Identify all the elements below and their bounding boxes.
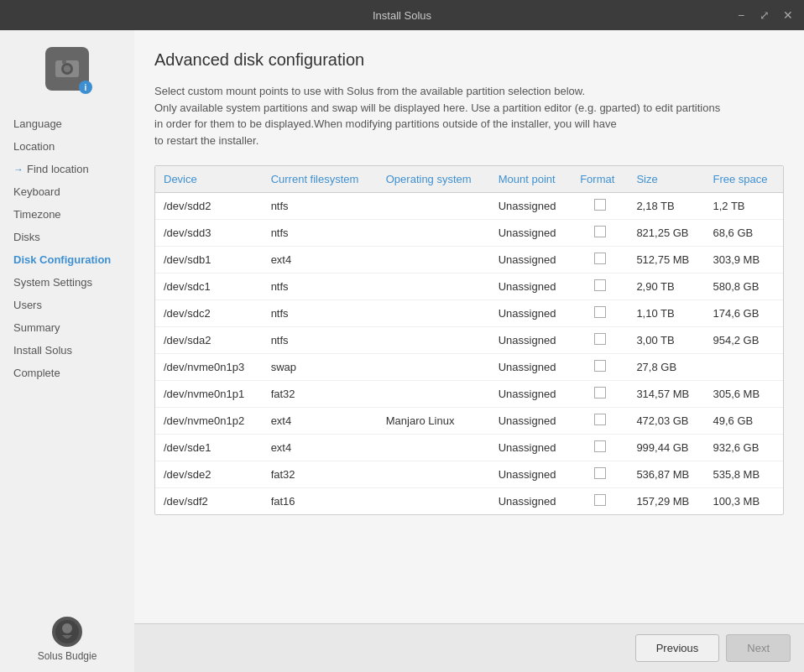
- table-row[interactable]: /dev/nvme0n1p3 swap Unassigned 27,8 GB: [155, 354, 783, 381]
- cell-device: /dev/sde1: [155, 435, 263, 461]
- format-checkbox[interactable]: [594, 306, 606, 318]
- cell-device: /dev/sdb1: [155, 247, 263, 273]
- main-window: Install Solus − ⤢ ✕ i: [0, 0, 804, 672]
- cell-mount: Unassigned: [490, 327, 572, 354]
- cell-format[interactable]: [572, 220, 628, 247]
- cell-free: 100,3 MB: [704, 488, 783, 515]
- cell-format[interactable]: [572, 488, 628, 515]
- table-row[interactable]: /dev/sdd2 ntfs Unassigned 2,18 TB 1,2 TB: [155, 193, 783, 220]
- format-checkbox[interactable]: [594, 279, 606, 291]
- format-checkbox[interactable]: [594, 440, 606, 452]
- table-row[interactable]: /dev/nvme0n1p2 ext4 Manjaro Linux Unassi…: [155, 408, 783, 435]
- format-checkbox[interactable]: [594, 253, 606, 264]
- solus-budgie-label: Solus Budgie: [38, 650, 97, 662]
- cell-mount: Unassigned: [490, 220, 572, 247]
- format-checkbox[interactable]: [594, 467, 606, 479]
- cell-free: 580,8 GB: [704, 273, 783, 300]
- table-row[interactable]: /dev/sdd3 ntfs Unassigned 821,25 GB 68,6…: [155, 220, 783, 247]
- sidebar-item-users[interactable]: Users: [0, 294, 134, 316]
- sidebar-item-summary[interactable]: Summary: [0, 316, 134, 339]
- format-checkbox[interactable]: [594, 414, 606, 425]
- cell-filesystem: swap: [263, 354, 378, 381]
- table-header-row: Device Current filesystem Operating syst…: [155, 166, 783, 193]
- cell-os: [378, 381, 490, 408]
- cell-filesystem: fat32: [263, 461, 378, 488]
- svg-rect-3: [62, 60, 66, 64]
- cell-device: /dev/sda2: [155, 327, 263, 354]
- app-icon: i: [45, 47, 89, 91]
- cell-os: [378, 435, 490, 461]
- cell-filesystem: ntfs: [263, 193, 378, 220]
- cell-filesystem: ntfs: [263, 220, 378, 247]
- cell-mount: Unassigned: [490, 408, 572, 435]
- cell-format[interactable]: [572, 381, 628, 408]
- cell-mount: Unassigned: [490, 461, 572, 488]
- format-checkbox[interactable]: [594, 494, 606, 506]
- cell-size: 2,90 TB: [628, 273, 704, 300]
- cell-format[interactable]: [572, 408, 628, 435]
- cell-free: 954,2 GB: [704, 327, 783, 354]
- partition-table-container: Device Current filesystem Operating syst…: [154, 165, 784, 515]
- cell-format[interactable]: [572, 461, 628, 488]
- format-checkbox[interactable]: [594, 199, 606, 211]
- cell-os: [378, 193, 490, 220]
- sidebar-item-complete[interactable]: Complete: [0, 362, 134, 384]
- cell-format[interactable]: [572, 193, 628, 220]
- minimize-button[interactable]: −: [732, 6, 750, 24]
- cell-os: [378, 300, 490, 327]
- cell-size: 536,87 MB: [628, 461, 704, 488]
- next-button[interactable]: Next: [726, 634, 791, 662]
- table-row[interactable]: /dev/sdf2 fat16 Unassigned 157,29 MB 100…: [155, 488, 783, 515]
- cell-format[interactable]: [572, 435, 628, 461]
- col-free: Free space: [704, 166, 783, 193]
- cell-filesystem: ntfs: [263, 327, 378, 354]
- window-controls: − ⤢ ✕: [732, 6, 797, 24]
- table-row[interactable]: /dev/nvme0n1p1 fat32 Unassigned 314,57 M…: [155, 381, 783, 408]
- table-row[interactable]: /dev/sda2 ntfs Unassigned 3,00 TB 954,2 …: [155, 327, 783, 354]
- sidebar-item-disk-configuration[interactable]: Disk Configuration: [0, 248, 134, 271]
- format-checkbox[interactable]: [594, 226, 606, 237]
- cell-os: [378, 273, 490, 300]
- sidebar-item-language[interactable]: Language: [0, 112, 134, 135]
- table-row[interactable]: /dev/sde1 ext4 Unassigned 999,44 GB 932,…: [155, 435, 783, 461]
- sidebar-item-install-solus[interactable]: Install Solus: [0, 339, 134, 362]
- cell-os: [378, 247, 490, 273]
- partition-table: Device Current filesystem Operating syst…: [155, 166, 783, 514]
- cell-free: 49,6 GB: [704, 408, 783, 435]
- cell-free: 1,2 TB: [704, 193, 783, 220]
- cell-format[interactable]: [572, 300, 628, 327]
- table-row[interactable]: /dev/sde2 fat32 Unassigned 536,87 MB 535…: [155, 461, 783, 488]
- svg-point-2: [64, 65, 70, 72]
- sidebar-item-keyboard[interactable]: Keyboard: [0, 180, 134, 203]
- page-title: Advanced disk configuration: [154, 50, 784, 70]
- cell-filesystem: ntfs: [263, 300, 378, 327]
- previous-button[interactable]: Previous: [635, 634, 720, 662]
- format-checkbox[interactable]: [594, 333, 606, 345]
- svg-point-5: [62, 623, 72, 633]
- cell-format[interactable]: [572, 354, 628, 381]
- cell-format[interactable]: [572, 273, 628, 300]
- main-panel: Advanced disk configuration Select custo…: [134, 30, 804, 672]
- cell-device: /dev/nvme0n1p2: [155, 408, 263, 435]
- cell-format[interactable]: [572, 247, 628, 273]
- cell-size: 3,00 TB: [628, 327, 704, 354]
- sidebar-item-disks[interactable]: Disks: [0, 226, 134, 248]
- table-row[interactable]: /dev/sdb1 ext4 Unassigned 512,75 MB 303,…: [155, 247, 783, 273]
- sidebar-item-find-location[interactable]: → Find location: [0, 158, 134, 180]
- cell-format[interactable]: [572, 327, 628, 354]
- cell-filesystem: fat16: [263, 488, 378, 515]
- maximize-button[interactable]: ⤢: [755, 6, 774, 24]
- cell-device: /dev/sdd2: [155, 193, 263, 220]
- cell-device: /dev/sdc2: [155, 300, 263, 327]
- table-row[interactable]: /dev/sdc2 ntfs Unassigned 1,10 TB 174,6 …: [155, 300, 783, 327]
- format-checkbox[interactable]: [594, 360, 606, 372]
- sidebar-logo: i: [0, 30, 134, 99]
- format-checkbox[interactable]: [594, 387, 606, 399]
- cell-free: 932,6 GB: [704, 435, 783, 461]
- close-button[interactable]: ✕: [779, 6, 797, 24]
- sidebar-item-location[interactable]: Location: [0, 135, 134, 158]
- cell-size: 821,25 GB: [628, 220, 704, 247]
- table-row[interactable]: /dev/sdc1 ntfs Unassigned 2,90 TB 580,8 …: [155, 273, 783, 300]
- sidebar-item-system-settings[interactable]: System Settings: [0, 271, 134, 294]
- sidebar-item-timezone[interactable]: Timezone: [0, 203, 134, 226]
